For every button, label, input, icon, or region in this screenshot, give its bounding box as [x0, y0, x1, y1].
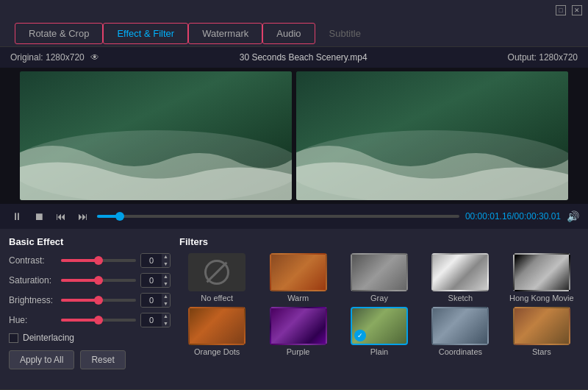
controls-bar: ⏸ ⏹ ⏮ ⏭ 00:00:01.16/00:00:30.01 🔊 [0, 204, 588, 229]
tab-effect-filter[interactable]: Effect & Filter [103, 23, 188, 44]
filter-hk-label: Hong Kong Movie [509, 294, 573, 302]
no-effect-thumb [188, 253, 245, 291]
saturation-up[interactable]: ▲ [162, 273, 170, 280]
bottom-panel: Basic Effect Contrast: 0 ▲ ▼ Saturation: [0, 229, 588, 389]
hue-slider[interactable] [61, 319, 136, 322]
brightness-thumb [94, 296, 103, 305]
pause-button[interactable]: ⏸ [9, 208, 25, 224]
brightness-up[interactable]: ▲ [162, 293, 170, 300]
filter-stars-thumb [513, 307, 570, 345]
brightness-slider[interactable] [61, 299, 136, 302]
no-effect-circle [204, 260, 229, 285]
filename-label: 30 Seconds Beach Scenery.mp4 [105, 52, 502, 63]
hue-row: Hue: 0 ▲ ▼ [9, 313, 171, 327]
hue-fill [61, 319, 98, 322]
original-video-svg [20, 71, 292, 200]
filter-stars-label: Stars [532, 347, 551, 356]
time-display: 00:00:01.16/00:00:30.01 [465, 211, 561, 221]
contrast-up[interactable]: ▲ [162, 253, 170, 260]
brightness-down[interactable]: ▼ [162, 300, 170, 308]
filter-gray-thumb [351, 253, 408, 291]
stop-button[interactable]: ⏹ [31, 208, 47, 224]
contrast-slider[interactable] [61, 259, 136, 262]
filters-grid: No effect Warm Gray Sketch [179, 253, 579, 356]
prev-frame-button[interactable]: ⏮ [53, 208, 69, 224]
hue-down[interactable]: ▼ [162, 320, 170, 327]
deinterlacing-label: Deinterlacing [23, 333, 74, 343]
deinterlacing-row: Deinterlacing [9, 333, 171, 343]
filter-orange-dots-label: Orange Dots [194, 347, 240, 356]
saturation-label: Saturation: [9, 275, 57, 286]
saturation-arrows[interactable]: ▲ ▼ [162, 273, 170, 288]
filter-sketch[interactable]: Sketch [423, 253, 498, 302]
hue-up[interactable]: ▲ [162, 313, 170, 320]
contrast-label: Contrast: [9, 255, 57, 266]
tab-rotate-crop[interactable]: Rotate & Crop [15, 23, 103, 44]
filter-plain-label: Plain [370, 347, 388, 356]
deinterlacing-checkbox[interactable] [9, 333, 18, 343]
filter-hk-movie[interactable]: Hong Kong Movie [504, 253, 579, 302]
contrast-down[interactable]: ▼ [162, 260, 170, 268]
saturation-thumb [94, 276, 103, 285]
hue-value-box: 0 ▲ ▼ [140, 313, 171, 327]
contrast-arrows[interactable]: ▲ ▼ [162, 253, 170, 268]
output-resolution: Output: 1280x720 [508, 52, 578, 63]
saturation-fill [61, 279, 98, 282]
tab-audio[interactable]: Audio [262, 23, 315, 44]
filter-gray[interactable]: Gray [342, 253, 417, 302]
saturation-slider[interactable] [61, 279, 136, 282]
no-effect-line [207, 262, 228, 283]
filter-purple-label: Purple [287, 347, 310, 356]
filter-gray-label: Gray [370, 294, 388, 302]
eye-icon[interactable]: 👁 [90, 52, 99, 63]
hue-thumb [94, 316, 103, 325]
volume-icon[interactable]: 🔊 [567, 210, 579, 222]
filter-warm-label: Warm [287, 294, 309, 302]
saturation-row: Saturation: 0 ▲ ▼ [9, 273, 171, 288]
original-preview [20, 71, 292, 200]
original-resolution: Original: 1280x720 [10, 52, 85, 63]
minimize-button[interactable]: □ [556, 5, 566, 15]
filter-coordinates[interactable]: Coordinates [423, 307, 498, 356]
filter-purple[interactable]: Purple [260, 307, 335, 356]
filter-plain[interactable]: ✓ Plain [342, 307, 417, 356]
contrast-value: 0 [141, 253, 162, 268]
brightness-arrows[interactable]: ▲ ▼ [162, 293, 170, 308]
progress-thumb [115, 212, 124, 221]
reset-button[interactable]: Reset [80, 350, 125, 369]
brightness-row: Brightness: 0 ▲ ▼ [9, 293, 171, 308]
effect-panel: Basic Effect Contrast: 0 ▲ ▼ Saturation: [9, 236, 171, 382]
filter-purple-thumb [270, 307, 327, 345]
hue-arrows[interactable]: ▲ ▼ [162, 313, 170, 327]
filter-orange-dots[interactable]: Orange Dots [179, 307, 254, 356]
hue-value: 0 [141, 313, 162, 327]
saturation-value: 0 [141, 273, 162, 288]
basic-effect-title: Basic Effect [9, 236, 171, 247]
filter-sketch-thumb [431, 253, 489, 291]
filter-plain-check: ✓ [354, 330, 366, 341]
contrast-row: Contrast: 0 ▲ ▼ [9, 253, 171, 268]
saturation-down[interactable]: ▼ [162, 280, 170, 288]
close-button[interactable]: ✕ [572, 5, 582, 15]
filter-plain-thumb: ✓ [351, 307, 408, 345]
filter-coordinates-label: Coordinates [439, 347, 482, 356]
filter-warm[interactable]: Warm [260, 253, 335, 302]
saturation-value-box: 0 ▲ ▼ [140, 273, 171, 288]
brightness-value: 0 [141, 293, 162, 308]
output-video-svg [296, 71, 568, 200]
filters-scroll: No effect Warm Gray Sketch [179, 253, 579, 356]
preview-area [0, 68, 588, 204]
filter-stars[interactable]: Stars [504, 307, 579, 356]
filter-sketch-label: Sketch [448, 294, 473, 302]
tab-subtitle: Subtitle [315, 23, 375, 44]
contrast-value-box: 0 ▲ ▼ [140, 253, 171, 268]
filter-no-effect[interactable]: No effect [179, 253, 254, 302]
apply-to-all-button[interactable]: Apply to All [9, 350, 74, 369]
filter-coordinates-thumb [431, 307, 489, 345]
filters-panel: Filters No effect Warm [179, 236, 579, 382]
tab-watermark[interactable]: Watermark [188, 23, 262, 44]
contrast-fill [61, 259, 98, 262]
brightness-value-box: 0 ▲ ▼ [140, 293, 171, 308]
progress-track[interactable] [97, 215, 459, 218]
next-frame-button[interactable]: ⏭ [75, 208, 91, 224]
